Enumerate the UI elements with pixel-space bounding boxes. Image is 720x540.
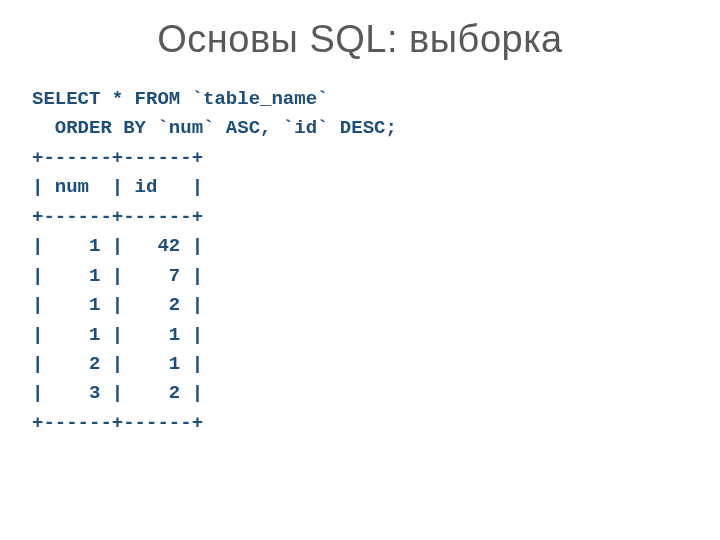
table-row: | 1 | 7 | [32, 265, 203, 287]
slide-title: Основы SQL: выборка [30, 18, 690, 61]
table-border-mid: +------+------+ [32, 206, 203, 228]
sql-code-block: SELECT * FROM `table_name` ORDER BY `num… [30, 85, 690, 438]
table-border-bottom: +------+------+ [32, 412, 203, 434]
table-border-top: +------+------+ [32, 147, 203, 169]
table-header: | num | id | [32, 176, 203, 198]
slide-container: Основы SQL: выборка SELECT * FROM `table… [0, 0, 720, 540]
table-row: | 1 | 1 | [32, 324, 203, 346]
sql-line-2: ORDER BY `num` ASC, `id` DESC; [32, 117, 397, 139]
table-row: | 1 | 42 | [32, 235, 203, 257]
table-row: | 3 | 2 | [32, 382, 203, 404]
sql-line-1: SELECT * FROM `table_name` [32, 88, 328, 110]
table-row: | 1 | 2 | [32, 294, 203, 316]
table-row: | 2 | 1 | [32, 353, 203, 375]
